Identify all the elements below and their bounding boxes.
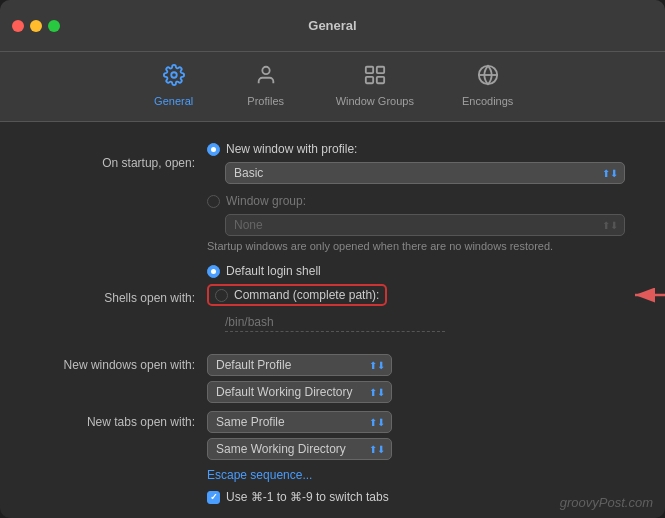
- shells-content: Default login shell Command (complete pa…: [207, 264, 625, 332]
- command-input-row: [207, 312, 625, 332]
- profile-dropdown-text: Basic: [234, 166, 602, 180]
- command-radio[interactable]: [215, 289, 228, 302]
- svg-rect-3: [377, 67, 384, 73]
- encodings-icon: [477, 64, 499, 91]
- tab-general[interactable]: General: [144, 60, 204, 111]
- content-area: On startup, open: New window with profil…: [0, 122, 665, 518]
- general-icon: [163, 64, 185, 91]
- none-dropdown-text: None: [234, 218, 602, 232]
- close-button[interactable]: [12, 20, 24, 32]
- tab-profiles[interactable]: Profiles: [236, 60, 296, 111]
- tab-general-label: General: [154, 95, 193, 107]
- profiles-icon: [255, 64, 277, 91]
- window-group-radio[interactable]: [207, 195, 220, 208]
- shells-label: Shells open with:: [40, 291, 195, 305]
- new-windows-dropdowns: Default Profile ⬆⬇ Default Working Direc…: [207, 354, 392, 403]
- window-group-content: Window group: None ⬆⬇: [207, 194, 625, 236]
- tab-window-groups-label: Window Groups: [336, 95, 414, 107]
- toolbar: General Profiles Window Groups: [0, 52, 665, 122]
- new-tabs-row: New tabs open with: Same Profile ⬆⬇ Same…: [40, 411, 625, 460]
- svg-rect-4: [366, 77, 373, 83]
- default-working-dir-dropdown[interactable]: Default Working Directory ⬆⬇: [207, 381, 392, 403]
- new-tabs-dropdowns: Same Profile ⬆⬇ Same Working Directory ⬆…: [207, 411, 392, 460]
- tab-encodings-label: Encodings: [462, 95, 513, 107]
- traffic-lights: [12, 20, 60, 32]
- command-path-row: Command (complete path):: [207, 284, 625, 306]
- watermark: groovyPost.com: [560, 495, 653, 510]
- new-window-label: New window with profile:: [226, 142, 357, 156]
- tab-window-groups[interactable]: Window Groups: [328, 60, 422, 111]
- startup-info: Startup windows are only opened when the…: [207, 240, 625, 252]
- svg-rect-5: [377, 77, 384, 83]
- window-groups-icon: [364, 64, 386, 91]
- window-group-radio-label: Window group:: [226, 194, 306, 208]
- default-login-row: Default login shell: [207, 264, 625, 278]
- escape-link[interactable]: Escape sequence...: [207, 468, 625, 482]
- default-working-dir-arrow-icon: ⬆⬇: [369, 387, 385, 398]
- same-profile-text: Same Profile: [216, 415, 369, 429]
- new-windows-label: New windows open with:: [40, 354, 195, 372]
- svg-point-1: [262, 67, 269, 74]
- svg-rect-2: [366, 67, 373, 73]
- minimize-button[interactable]: [30, 20, 42, 32]
- window-group-row: Window group: None ⬆⬇: [40, 194, 625, 236]
- new-tabs-label: New tabs open with:: [40, 411, 195, 429]
- new-windows-row: New windows open with: Default Profile ⬆…: [40, 354, 625, 403]
- switch-tabs-checkbox[interactable]: [207, 491, 220, 504]
- red-arrow-icon: [625, 280, 665, 310]
- window-title: General: [308, 18, 356, 33]
- none-dropdown[interactable]: None ⬆⬇: [225, 214, 625, 236]
- default-profile-arrow-icon: ⬆⬇: [369, 360, 385, 371]
- default-working-dir-text: Default Working Directory: [216, 385, 369, 399]
- default-profile-dropdown[interactable]: Default Profile ⬆⬇: [207, 354, 392, 376]
- none-dropdown-arrow-icon: ⬆⬇: [602, 220, 618, 231]
- titlebar: General: [0, 0, 665, 52]
- tab-encodings[interactable]: Encodings: [454, 60, 521, 111]
- tab-profiles-label: Profiles: [247, 95, 284, 107]
- new-window-radio[interactable]: [207, 143, 220, 156]
- same-working-dir-text: Same Working Directory: [216, 442, 369, 456]
- dropdown-arrow-icon: ⬆⬇: [602, 168, 618, 179]
- same-profile-dropdown[interactable]: Same Profile ⬆⬇: [207, 411, 392, 433]
- default-login-label: Default login shell: [226, 264, 321, 278]
- startup-label: On startup, open:: [40, 156, 195, 170]
- command-highlight-box: Command (complete path):: [207, 284, 387, 306]
- checkbox-label: Use ⌘-1 to ⌘-9 to switch tabs: [226, 490, 389, 504]
- same-profile-arrow-icon: ⬆⬇: [369, 417, 385, 428]
- same-working-dir-arrow-icon: ⬆⬇: [369, 444, 385, 455]
- new-window-radio-row: New window with profile:: [207, 142, 625, 156]
- shells-row: Shells open with: Default login shell Co…: [40, 264, 625, 332]
- default-profile-text: Default Profile: [216, 358, 369, 372]
- command-path-input[interactable]: [225, 313, 445, 332]
- default-login-radio[interactable]: [207, 265, 220, 278]
- maximize-button[interactable]: [48, 20, 60, 32]
- command-path-label: Command (complete path):: [234, 288, 379, 302]
- startup-content: New window with profile: Basic ⬆⬇: [207, 142, 625, 184]
- same-working-dir-dropdown[interactable]: Same Working Directory ⬆⬇: [207, 438, 392, 460]
- window-group-radio-row: Window group:: [207, 194, 625, 208]
- profile-dropdown[interactable]: Basic ⬆⬇: [225, 162, 625, 184]
- startup-row: On startup, open: New window with profil…: [40, 142, 625, 184]
- svg-point-0: [171, 72, 177, 78]
